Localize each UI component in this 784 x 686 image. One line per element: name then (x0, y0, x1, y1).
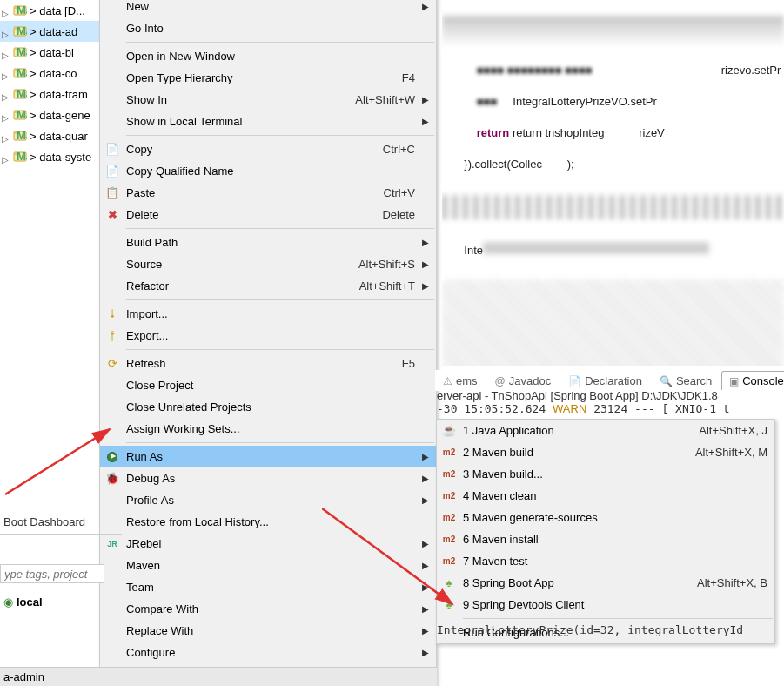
svg-line-24 (5, 429, 110, 494)
menu-delete[interactable]: ✖DeleteDelete (100, 204, 436, 225)
submenu-arrow-icon: ▶ (420, 474, 429, 483)
java-icon: ☕ (440, 424, 458, 438)
menu-go-into[interactable]: Go Into (100, 17, 436, 39)
tab-console[interactable]: ▣Console (721, 371, 784, 390)
expand-icon[interactable] (2, 6, 10, 15)
menu-refresh[interactable]: ⟳RefreshF5 (100, 353, 436, 374)
tab-declaration[interactable]: 📄Declaration (560, 371, 650, 390)
expand-icon[interactable] (2, 111, 10, 119)
project-icon: MJ (13, 66, 27, 80)
submenu-arrow-icon: ▶ (420, 117, 429, 126)
menu-restore-from-local-history-[interactable]: Restore from Local History... (100, 511, 436, 533)
expand-icon[interactable] (2, 152, 10, 161)
blank-icon (104, 422, 121, 436)
svg-text:MJ: MJ (17, 108, 27, 121)
expand-icon[interactable] (2, 27, 10, 36)
refresh-icon: ⟳ (104, 357, 121, 371)
menu-import-[interactable]: ⭳Import... (100, 303, 436, 325)
console-icon: ▣ (729, 375, 739, 387)
declaration-icon: 📄 (568, 375, 581, 387)
menu-open-in-new-window[interactable]: Open in New Window (100, 45, 436, 67)
runas-spring-devtools-client[interactable]: ♠9 Spring Devtools Client (437, 594, 774, 615)
runas-maven-clean[interactable]: m24 Maven clean (437, 485, 774, 507)
submenu-arrow-icon: ▶ (420, 539, 429, 548)
blank-icon (104, 50, 121, 64)
menu-close-project[interactable]: Close Project (100, 374, 436, 396)
menu-maven[interactable]: Maven▶ (100, 555, 436, 576)
expand-icon[interactable] (2, 48, 10, 57)
menu-assign-working-sets-[interactable]: Assign Working Sets... (100, 418, 436, 440)
svg-text:MJ: MJ (17, 66, 27, 79)
menu-replace-with[interactable]: Replace With▶ (100, 620, 436, 642)
tree-item-data-co[interactable]: MJ> data-co (0, 63, 100, 84)
menu-configure[interactable]: Configure▶ (100, 642, 436, 663)
menu-show-in[interactable]: Show InAlt+Shift+W▶ (100, 89, 436, 111)
tree-item-data-ad[interactable]: MJ> data-ad (0, 21, 100, 42)
menu-paste[interactable]: 📋PasteCtrl+V (100, 182, 436, 204)
blank-icon (104, 646, 121, 660)
svg-text:MJ: MJ (17, 45, 27, 58)
project-icon: MJ (13, 87, 27, 101)
dashboard-filter-input[interactable] (0, 564, 104, 583)
tree-item-data-gene[interactable]: MJ> data-gene (0, 104, 100, 125)
submenu-arrow-icon: ▶ (420, 238, 429, 247)
submenu-arrow-icon: ▶ (420, 561, 429, 570)
submenu-arrow-icon: ▶ (420, 604, 429, 614)
submenu-arrow-icon: ▶ (420, 582, 429, 592)
project-icon: MJ (13, 24, 27, 38)
tree-item-data-fram[interactable]: MJ> data-fram (0, 84, 100, 104)
submenu-arrow-icon: ▶ (420, 2, 429, 11)
blank-icon (104, 379, 121, 393)
runas-maven-test[interactable]: m27 Maven test (437, 550, 774, 572)
menu-export-[interactable]: ⭱Export... (100, 325, 436, 346)
menu-copy[interactable]: 📄CopyCtrl+C (100, 138, 436, 160)
copy-icon: 📄 (104, 143, 121, 157)
blank-icon (104, 494, 121, 508)
runas-maven-install[interactable]: m26 Maven install (437, 528, 774, 550)
menu-source[interactable]: SourceAlt+Shift+S▶ (100, 253, 436, 275)
menu-jrebel[interactable]: JRJRebel▶ (100, 533, 436, 555)
menu-compare-with[interactable]: Compare With▶ (100, 598, 436, 620)
tab-javadoc[interactable]: @Javadoc (487, 371, 560, 390)
blank-icon (104, 624, 121, 638)
menu-refactor[interactable]: RefactorAlt+Shift+T▶ (100, 275, 436, 297)
console-panel: erver-api - TnShopApi [Spring Boot App] … (437, 389, 784, 415)
svg-text:MJ: MJ (17, 3, 27, 17)
menu-copy-qualified-name[interactable]: 📄Copy Qualified Name (100, 160, 436, 182)
runas-maven-generate-sources[interactable]: m25 Maven generate-sources (437, 507, 774, 528)
menu-profile-as[interactable]: Profile As▶ (100, 489, 436, 511)
expand-icon[interactable] (2, 90, 10, 98)
runas-spring-boot-app[interactable]: ♠8 Spring Boot AppAlt+Shift+X, B (437, 572, 774, 594)
local-item[interactable]: ◉ local (0, 590, 122, 613)
menu-show-in-local-terminal[interactable]: Show in Local Terminal▶ (100, 111, 436, 132)
tree-item-data-syste[interactable]: MJ> data-syste (0, 146, 100, 167)
console-title: erver-api - TnShopApi [Spring Boot App] … (437, 389, 784, 402)
tree-item-data--D---[interactable]: MJ> data [D... (0, 0, 100, 21)
submenu-arrow-icon: ▶ (420, 452, 429, 461)
tab-ems[interactable]: ⚠ems (435, 371, 486, 390)
menu-run-as[interactable]: ▶Run As▶ (100, 446, 436, 467)
menu-close-unrelated-projects[interactable]: Close Unrelated Projects (100, 396, 436, 418)
menu-new[interactable]: New▶ (100, 0, 436, 17)
submenu-arrow-icon: ▶ (420, 95, 429, 104)
blank-icon (104, 0, 121, 14)
menu-debug-as[interactable]: 🐞Debug As▶ (100, 467, 436, 489)
delete-icon: ✖ (104, 208, 121, 222)
tree-item-data-bi[interactable]: MJ> data-bi (0, 42, 100, 63)
runas-maven-build-[interactable]: m23 Maven build... (437, 463, 774, 485)
expand-icon[interactable] (2, 69, 10, 77)
submenu-arrow-icon: ▶ (420, 281, 429, 291)
submenu-arrow-icon: ▶ (420, 495, 429, 505)
runas-java-application[interactable]: ☕1 Java ApplicationAlt+Shift+X, J (437, 420, 774, 441)
project-tree: MJ> data [D...MJ> data-adMJ> data-biMJ> … (0, 0, 100, 167)
menu-team[interactable]: Team▶ (100, 576, 436, 598)
svg-text:MJ: MJ (17, 150, 27, 163)
tab-search[interactable]: 🔍Search (652, 371, 720, 390)
blank-icon (104, 400, 121, 414)
menu-open-type-hierarchy[interactable]: Open Type HierarchyF4 (100, 67, 436, 89)
runas-maven-build[interactable]: m22 Maven buildAlt+Shift+X, M (437, 441, 774, 463)
blank-icon (104, 22, 121, 36)
menu-build-path[interactable]: Build Path▶ (100, 232, 436, 253)
expand-icon[interactable] (2, 131, 10, 140)
tree-item-data-quar[interactable]: MJ> data-quar (0, 125, 100, 146)
